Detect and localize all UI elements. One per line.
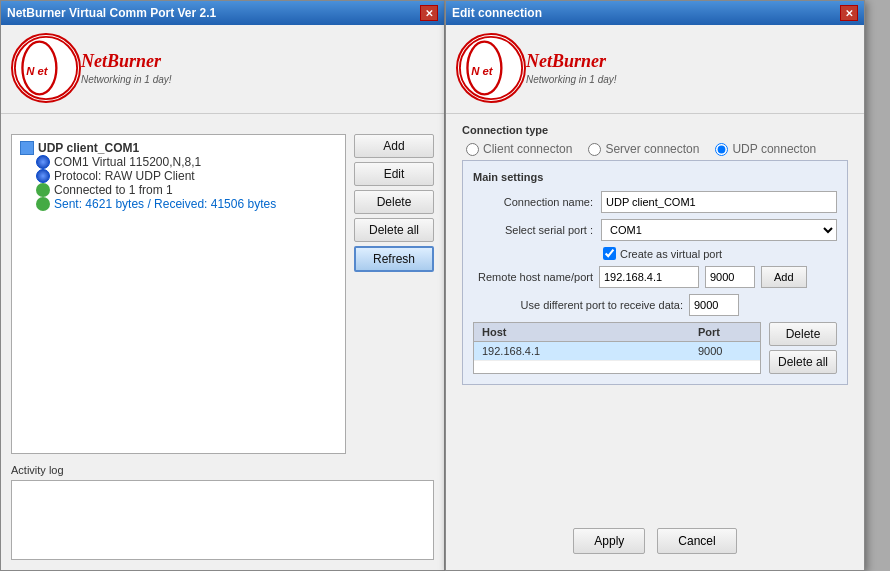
- radio-group: Client connecton Server connecton UDP co…: [462, 142, 848, 156]
- activity-log-label: Activity log: [11, 464, 434, 476]
- connection-name-row: Connection name:: [473, 191, 837, 213]
- conn-item-header: UDP client_COM1: [20, 141, 337, 155]
- left-brand-name: NetBurner: [81, 51, 172, 72]
- apply-button[interactable]: Apply: [573, 528, 645, 554]
- radio-server[interactable]: Server connecton: [588, 142, 699, 156]
- edit-button[interactable]: Edit: [354, 162, 434, 186]
- refresh-button[interactable]: Refresh: [354, 246, 434, 272]
- send-icon: [36, 197, 50, 211]
- activity-log-section: Activity log: [11, 464, 434, 560]
- left-window-content: UDP client_COM1 COM1 Virtual 115200,N,8,…: [1, 114, 444, 570]
- port-cell: 9000: [690, 342, 760, 360]
- remote-host-input[interactable]: [599, 266, 699, 288]
- connection-name-input[interactable]: [601, 191, 837, 213]
- right-window: Edit connection ✕ N et NetBurner Network…: [445, 0, 865, 571]
- port-col-header: Port: [690, 323, 760, 341]
- left-logo-svg: N et: [13, 34, 79, 102]
- conn-name: UDP client_COM1: [38, 141, 139, 155]
- left-logo-area: N et NetBurner Networking in 1 day!: [1, 25, 444, 114]
- serial-port-label: Select serial port :: [473, 224, 593, 236]
- remote-add-button[interactable]: Add: [761, 266, 807, 288]
- radio-server-label: Server connecton: [605, 142, 699, 156]
- diff-port-label: Use different port to receive data:: [473, 299, 683, 311]
- conn-detail-4: Sent: 4621 bytes / Received: 41506 bytes: [20, 197, 337, 211]
- monitor-icon: [20, 141, 34, 155]
- right-logo-text-area: NetBurner Networking in 1 day!: [526, 51, 617, 85]
- virtual-port-checkbox[interactable]: [603, 247, 616, 260]
- connection-name-label: Connection name:: [473, 196, 593, 208]
- left-close-button[interactable]: ✕: [420, 5, 438, 21]
- svg-text:et: et: [38, 65, 49, 77]
- host-table-row[interactable]: 192.168.4.1 9000: [474, 342, 760, 361]
- main-settings-section: Main settings Connection name: Select se…: [462, 160, 848, 385]
- right-brand-name: NetBurner: [526, 51, 617, 72]
- left-logo-circle: N et: [11, 33, 81, 103]
- diff-port-row: Use different port to receive data:: [473, 294, 837, 316]
- right-logo-svg: N et: [458, 34, 524, 102]
- right-logo-circle: N et: [456, 33, 526, 103]
- right-close-button[interactable]: ✕: [840, 5, 858, 21]
- svg-text:et: et: [483, 65, 494, 77]
- activity-log-box[interactable]: [11, 480, 434, 560]
- remote-host-label: Remote host name/port: [473, 271, 593, 283]
- left-title-bar: NetBurner Virtual Comm Port Ver 2.1 ✕: [1, 1, 444, 25]
- bottom-button-area: Apply Cancel: [462, 512, 848, 554]
- table-delete-button[interactable]: Delete: [769, 322, 837, 346]
- conn-detail3-text: Connected to 1 from 1: [54, 183, 173, 197]
- link-icon: [36, 183, 50, 197]
- delete-all-button[interactable]: Delete all: [354, 218, 434, 242]
- radio-udp[interactable]: UDP connecton: [715, 142, 816, 156]
- left-window-title: NetBurner Virtual Comm Port Ver 2.1: [7, 6, 216, 20]
- left-button-panel: Add Edit Delete Delete all Refresh: [354, 134, 434, 454]
- radio-client-label: Client connecton: [483, 142, 572, 156]
- right-title-bar: Edit connection ✕: [446, 1, 864, 25]
- serial-port-select[interactable]: COM1 COM2 COM3: [601, 219, 837, 241]
- conn-detail2-text: Protocol: RAW UDP Client: [54, 169, 195, 183]
- radio-server-input[interactable]: [588, 143, 601, 156]
- right-window-content: Connection type Client connecton Server …: [446, 114, 864, 570]
- svg-text:N: N: [471, 65, 480, 77]
- left-main-area: UDP client_COM1 COM1 Virtual 115200,N,8,…: [11, 134, 434, 454]
- right-logo-area: N et NetBurner Networking in 1 day!: [446, 25, 864, 114]
- table-delete-all-button[interactable]: Delete all: [769, 350, 837, 374]
- diff-port-input[interactable]: [689, 294, 739, 316]
- left-logo-text-area: NetBurner Networking in 1 day!: [81, 51, 172, 85]
- host-cell: 192.168.4.1: [474, 342, 690, 360]
- radio-client-input[interactable]: [466, 143, 479, 156]
- left-brand-subtitle: Networking in 1 day!: [81, 74, 172, 85]
- left-window: NetBurner Virtual Comm Port Ver 2.1 ✕ N …: [0, 0, 445, 571]
- globe-icon-1: [36, 155, 50, 169]
- add-button[interactable]: Add: [354, 134, 434, 158]
- globe-icon-2: [36, 169, 50, 183]
- cancel-button[interactable]: Cancel: [657, 528, 736, 554]
- radio-client[interactable]: Client connecton: [466, 142, 572, 156]
- host-col-header: Host: [474, 323, 690, 341]
- remote-port-input[interactable]: [705, 266, 755, 288]
- host-table: Host Port 192.168.4.1 9000: [473, 322, 761, 374]
- main-settings-title: Main settings: [473, 171, 837, 183]
- svg-text:N: N: [26, 65, 35, 77]
- table-button-panel: Delete Delete all: [769, 322, 837, 374]
- connection-type-title: Connection type: [462, 124, 848, 136]
- right-window-title: Edit connection: [452, 6, 542, 20]
- virtual-port-label: Create as virtual port: [620, 248, 722, 260]
- host-table-header: Host Port: [474, 323, 760, 342]
- host-table-area: Host Port 192.168.4.1 9000 Delete Delete…: [473, 322, 837, 374]
- conn-detail4-text: Sent: 4621 bytes / Received: 41506 bytes: [54, 197, 276, 211]
- remote-host-row: Remote host name/port Add: [473, 266, 837, 288]
- serial-port-row: Select serial port : COM1 COM2 COM3: [473, 219, 837, 241]
- radio-udp-label: UDP connecton: [732, 142, 816, 156]
- conn-detail-1: COM1 Virtual 115200,N,8,1: [20, 155, 337, 169]
- connection-list-box[interactable]: UDP client_COM1 COM1 Virtual 115200,N,8,…: [11, 134, 346, 454]
- conn-detail1-text: COM1 Virtual 115200,N,8,1: [54, 155, 201, 169]
- conn-detail-2: Protocol: RAW UDP Client: [20, 169, 337, 183]
- conn-detail-3: Connected to 1 from 1: [20, 183, 337, 197]
- radio-udp-input[interactable]: [715, 143, 728, 156]
- connection-item[interactable]: UDP client_COM1 COM1 Virtual 115200,N,8,…: [16, 139, 341, 213]
- delete-button[interactable]: Delete: [354, 190, 434, 214]
- virtual-port-row: Create as virtual port: [473, 247, 837, 260]
- right-brand-subtitle: Networking in 1 day!: [526, 74, 617, 85]
